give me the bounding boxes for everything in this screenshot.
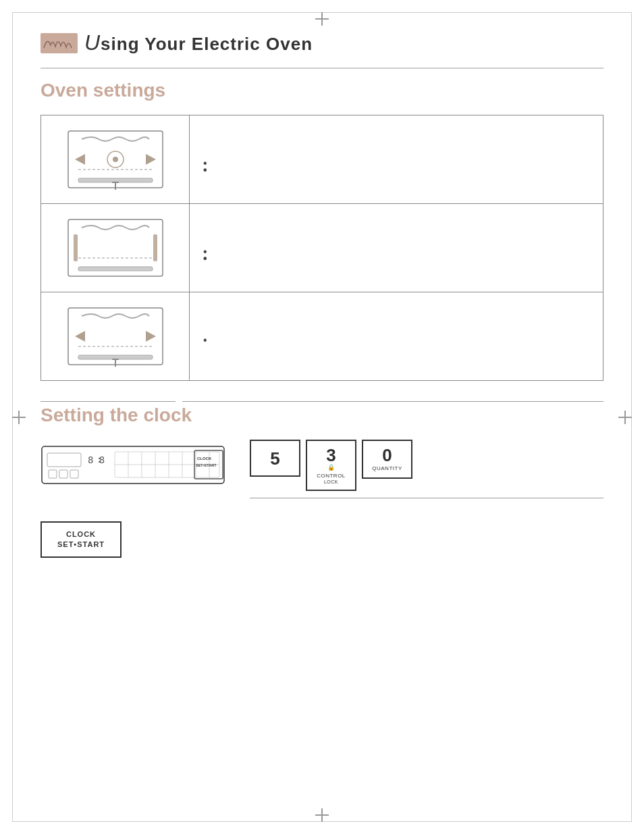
key-0-quantity[interactable]: 0 QUANTITY <box>362 440 412 479</box>
key-0-number: 0 <box>382 446 392 464</box>
oven-diagram-cell-1 <box>41 115 190 203</box>
svg-rect-10 <box>74 234 78 261</box>
key-section: 5 3 🔒 CONTROL LOCK 0 QUANTITY <box>250 440 603 505</box>
clock-section-title: Setting the clock <box>41 405 603 426</box>
oven-settings-table <box>41 115 603 381</box>
brand-logo <box>41 33 78 53</box>
page-title: Using Your Electric Oven <box>84 30 313 55</box>
page-header: Using Your Electric Oven <box>41 30 603 55</box>
oven-row-1 <box>41 115 603 204</box>
oven-diagram-3 <box>61 303 169 370</box>
oven-row-2 <box>41 204 603 292</box>
oven-row-3 <box>41 292 603 380</box>
control-panel-svg: 8 8 : CLOCK SET•START <box>41 440 230 490</box>
key-3-number: 3 <box>326 446 336 464</box>
oven-diagram-cell-3 <box>41 292 190 380</box>
svg-point-5 <box>113 157 118 162</box>
bullet-list-2 <box>203 244 589 251</box>
clock-dividers <box>41 401 603 402</box>
clock-set-start-button[interactable]: CLOCK SET•START <box>41 521 122 558</box>
key-3-label: CONTROL <box>317 473 346 479</box>
clock-divider-right <box>182 401 603 402</box>
oven-text-2 <box>190 204 603 292</box>
oven-diagram-1 <box>61 126 169 193</box>
svg-rect-23 <box>49 470 57 478</box>
key-0-label: QUANTITY <box>372 465 402 472</box>
control-panel: 8 8 : CLOCK SET•START <box>41 440 230 493</box>
svg-rect-22 <box>47 453 81 467</box>
oven-settings-title: Oven settings <box>41 80 603 101</box>
svg-text::: : <box>97 454 102 465</box>
oven-text-1 <box>190 115 603 203</box>
svg-text:CLOCK: CLOCK <box>197 457 212 461</box>
clock-btn-line2: SET•START <box>54 540 108 550</box>
key-3-sublabel: LOCK <box>324 479 338 484</box>
svg-rect-25 <box>70 470 78 478</box>
page-content: Using Your Electric Oven Oven settings <box>0 0 644 588</box>
svg-text:SET•START: SET•START <box>196 463 217 467</box>
svg-marker-17 <box>146 331 156 342</box>
svg-rect-12 <box>78 267 153 271</box>
key-buttons-row: 5 3 🔒 CONTROL LOCK 0 QUANTITY <box>250 440 603 491</box>
svg-rect-24 <box>59 470 68 478</box>
key-section-divider <box>250 498 603 498</box>
svg-rect-11 <box>153 234 157 261</box>
key-5[interactable]: 5 <box>250 440 300 477</box>
oven-diagram-cell-2 <box>41 204 190 292</box>
bullet-list-3 <box>203 333 589 340</box>
clock-divider-left <box>41 401 176 402</box>
header-divider <box>41 68 603 69</box>
lock-icon: 🔒 <box>327 464 335 471</box>
key-5-number: 5 <box>270 450 279 467</box>
oven-text-3 <box>190 292 603 380</box>
svg-marker-16 <box>75 331 85 342</box>
oven-diagram-2 <box>61 214 169 282</box>
clock-btn-line1: CLOCK <box>54 529 108 540</box>
crosshair-bottom <box>321 808 323 822</box>
svg-marker-2 <box>75 154 85 165</box>
bullet-list-1 <box>203 156 589 163</box>
clock-content: 8 8 : CLOCK SET•START <box>41 440 603 505</box>
key-3-control-lock[interactable]: 3 🔒 CONTROL LOCK <box>306 440 356 491</box>
svg-marker-3 <box>146 154 156 165</box>
